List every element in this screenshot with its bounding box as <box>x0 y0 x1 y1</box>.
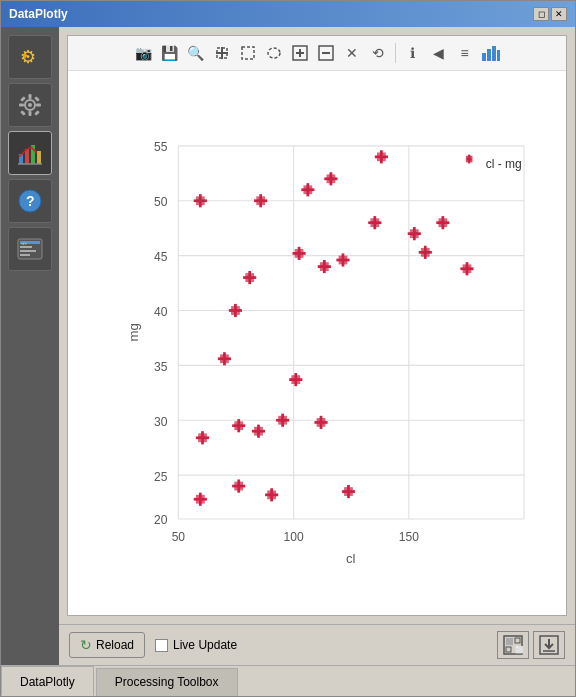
svg-rect-123 <box>256 196 265 205</box>
svg-rect-120 <box>339 256 348 265</box>
zoom-out-tool[interactable] <box>315 42 337 64</box>
select-rect-tool[interactable] <box>237 42 259 64</box>
svg-rect-111 <box>245 273 254 282</box>
svg-rect-37 <box>492 46 496 61</box>
svg-text:50: 50 <box>154 195 168 209</box>
data-point <box>252 425 265 438</box>
svg-rect-144 <box>421 248 430 257</box>
export-button[interactable] <box>533 631 565 659</box>
data-point <box>276 414 289 427</box>
live-update-label: Live Update <box>173 638 237 652</box>
data-point <box>408 227 421 240</box>
data-point <box>243 271 256 284</box>
camera-tool[interactable]: 📷 <box>133 42 155 64</box>
svg-rect-99 <box>254 427 263 436</box>
zoom-in-tool[interactable] <box>289 42 311 64</box>
svg-rect-108 <box>291 375 300 384</box>
dataplotly-tab[interactable]: DataPlotly <box>1 666 94 696</box>
data-point <box>194 493 207 506</box>
data-point <box>289 373 302 386</box>
window-title: DataPlotly <box>9 7 68 21</box>
svg-rect-132 <box>377 152 386 161</box>
data-point <box>232 479 245 492</box>
svg-rect-21 <box>20 246 32 248</box>
chart-toolbar: 📷 💾 🔍 <box>68 36 566 71</box>
svg-rect-150 <box>515 638 520 643</box>
main-area: ⚙ ✦ <box>1 27 575 665</box>
svg-rect-22 <box>20 250 36 252</box>
bottom-right-buttons: ⬜ <box>497 631 565 659</box>
svg-rect-6 <box>19 104 24 107</box>
svg-rect-147 <box>463 264 472 273</box>
svg-rect-11 <box>34 96 40 102</box>
svg-rect-81 <box>196 495 205 504</box>
data-point <box>265 488 278 501</box>
svg-rect-72 <box>220 354 229 363</box>
save-tool[interactable]: 💾 <box>159 42 181 64</box>
close-button[interactable]: ✕ <box>551 7 567 21</box>
restore-button[interactable]: ◻ <box>533 7 549 21</box>
processing-toolbox-tab[interactable]: Processing Toolbox <box>96 668 238 696</box>
svg-rect-66 <box>466 156 473 163</box>
toolbar-separator <box>395 43 396 63</box>
pan-tool[interactable]: ✕ <box>341 42 363 64</box>
content-area: 📷 💾 🔍 <box>59 27 575 665</box>
plot-settings-button[interactable] <box>8 83 52 127</box>
svg-rect-15 <box>37 151 41 164</box>
arrow-left-tool[interactable]: ◀ <box>428 42 450 64</box>
code-button[interactable]: </> <box>8 227 52 271</box>
data-point <box>194 194 207 207</box>
scatter-plot: 20 25 30 35 40 45 50 55 50 100 150 mg <box>118 91 546 563</box>
svg-rect-36 <box>487 49 491 61</box>
svg-rect-28 <box>242 47 254 59</box>
svg-point-29 <box>268 48 280 58</box>
autoscale-tool[interactable]: ⟲ <box>367 42 389 64</box>
chart-button[interactable] <box>8 131 52 175</box>
live-update-area: Live Update <box>155 638 237 652</box>
bar-chart-tool[interactable] <box>480 42 502 64</box>
svg-rect-114 <box>295 249 304 258</box>
svg-rect-126 <box>303 185 312 194</box>
live-update-checkbox[interactable] <box>155 639 168 652</box>
add-tool[interactable] <box>211 42 233 64</box>
svg-text:?: ? <box>26 193 35 209</box>
data-point <box>324 172 337 185</box>
settings-export-button[interactable]: ⬜ <box>497 631 529 659</box>
settings-button[interactable]: ⚙ ✦ <box>8 35 52 79</box>
data-point <box>196 431 209 444</box>
svg-rect-96 <box>234 421 243 430</box>
menu-tool[interactable]: ≡ <box>454 42 476 64</box>
svg-text:150: 150 <box>399 530 419 544</box>
svg-rect-102 <box>278 416 287 425</box>
svg-text:30: 30 <box>154 415 168 429</box>
data-point <box>436 216 449 229</box>
svg-rect-90 <box>344 487 353 496</box>
zoom-tool[interactable]: 🔍 <box>185 42 207 64</box>
svg-rect-4 <box>29 94 32 99</box>
help-button[interactable]: ? <box>8 179 52 223</box>
svg-rect-138 <box>410 229 419 238</box>
title-bar: DataPlotly ◻ ✕ <box>1 1 575 27</box>
svg-text:45: 45 <box>154 250 168 264</box>
reload-button[interactable]: ↻ Reload <box>69 632 145 658</box>
tab-bar: DataPlotly Processing Toolbox <box>1 665 575 696</box>
legend-label: cl - mg <box>486 157 522 171</box>
info-tool[interactable]: ℹ <box>402 42 424 64</box>
svg-text:cl: cl <box>346 551 356 563</box>
data-point <box>460 262 473 275</box>
svg-text:20: 20 <box>154 513 168 527</box>
main-window: DataPlotly ◻ ✕ ⚙ ✦ <box>0 0 576 697</box>
data-point <box>292 247 305 260</box>
lasso-tool[interactable] <box>263 42 285 64</box>
data-point <box>368 216 381 229</box>
svg-text:55: 55 <box>154 140 168 154</box>
dataplotly-tab-label: DataPlotly <box>20 675 75 689</box>
svg-text:25: 25 <box>154 470 168 484</box>
data-point <box>218 352 231 365</box>
data-point <box>375 150 388 163</box>
svg-point-3 <box>28 103 32 107</box>
svg-rect-5 <box>29 111 32 116</box>
svg-rect-38 <box>497 50 500 61</box>
svg-rect-8 <box>20 96 26 102</box>
svg-rect-135 <box>370 218 379 227</box>
